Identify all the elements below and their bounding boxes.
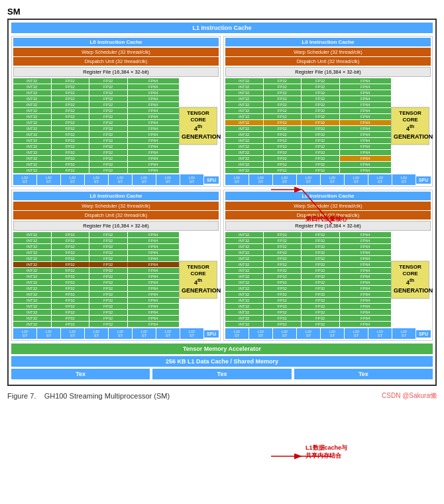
svg-text:L1数据cache与: L1数据cache与 bbox=[305, 444, 348, 451]
fp64: FP64 bbox=[128, 102, 180, 107]
fp32a: FP32 bbox=[52, 96, 89, 101]
fp32a: FP32 bbox=[52, 144, 89, 149]
fp64: FP64 bbox=[128, 78, 180, 84]
int32: INT32 bbox=[13, 96, 51, 101]
sfu-tl: SFU bbox=[204, 176, 219, 184]
fp32a: FP32 bbox=[52, 108, 89, 113]
fp32b: FP32 bbox=[89, 132, 127, 137]
dispatch-unit-tr: Dispatch Unit (32 thread/clk) bbox=[225, 57, 431, 66]
row15: INT32 FP32 FP32 FP64 bbox=[13, 162, 179, 167]
core-area-bl: INT32FP32FP32FP64 INT32FP32FP32FP64 INT3… bbox=[13, 232, 219, 327]
core-area-br: INT32FP32FP32FP64 INT32FP32FP32FP64 INT3… bbox=[225, 232, 431, 327]
l1-data-cache: 256 KB L1 Data Cache / Shared Memory bbox=[11, 356, 433, 367]
top-two-col: L0 Instruction Cache Warp Scheduler (32 … bbox=[11, 36, 433, 187]
tensor-core-gen-tr: 4th GENERATION bbox=[394, 124, 427, 141]
fp64: FP64 bbox=[128, 156, 180, 161]
fp32b: FP32 bbox=[89, 90, 127, 95]
int32: INT32 bbox=[13, 144, 51, 149]
dispatch-unit-tl: Dispatch Unit (32 thread/clk) bbox=[13, 57, 219, 66]
l0-cache-br: L0 Instruction Cache bbox=[225, 192, 431, 200]
fp32a: FP32 bbox=[52, 84, 89, 90]
row1: INT32 FP32 FP32 FP64 bbox=[13, 78, 179, 84]
fp32a: FP32 bbox=[52, 114, 89, 119]
int32: INT32 bbox=[13, 126, 51, 131]
l0-cache-bl: L0 Instruction Cache bbox=[13, 192, 219, 200]
row13: INT32 FP32 FP32 FP64 bbox=[13, 150, 179, 155]
row14: INT32 FP32 FP32 FP64 bbox=[13, 156, 179, 161]
warp-scheduler-bl: Warp Scheduler (32 thread/clk) bbox=[13, 202, 219, 210]
fp32a: FP32 bbox=[52, 168, 89, 173]
core-area-tr: INT32FP32FP32FP64 INT32FP32FP32FP64 INT3… bbox=[225, 78, 431, 173]
fp32a: FP32 bbox=[52, 90, 89, 95]
fp32a: FP32 bbox=[52, 126, 89, 131]
int32: INT32 bbox=[13, 84, 51, 90]
reg-file-bl: Register File (16,384 × 32-bit) bbox=[13, 221, 219, 231]
row16: INT32 FP32 FP32 FP64 bbox=[13, 168, 179, 173]
dispatch-unit-bl: Dispatch Unit (32 thread/clk) bbox=[13, 211, 219, 220]
warp-scheduler-br: Warp Scheduler (32 thread/clk) bbox=[225, 202, 431, 210]
int32: INT32 bbox=[13, 150, 51, 155]
tensor-core-tl: TENSOR CORE 4th GENERATION bbox=[179, 107, 217, 145]
fp32b: FP32 bbox=[89, 102, 127, 107]
fp64: FP64 bbox=[128, 132, 180, 137]
fp32b: FP32 bbox=[89, 126, 127, 131]
l0-cache-tr: L0 Instruction Cache bbox=[225, 38, 431, 46]
sm-diagram: L1 Instruction Cache L0 Instruction Cach… bbox=[7, 19, 437, 386]
fp32a: FP32 bbox=[52, 132, 89, 137]
fp32a: FP32 bbox=[52, 162, 89, 167]
reg-file-tr: Register File (16,384 × 32-bit) bbox=[225, 67, 431, 77]
int32: INT32 bbox=[13, 168, 51, 173]
fp64: FP64 bbox=[128, 126, 180, 131]
l0-cache-tl: L0 Instruction Cache bbox=[13, 38, 219, 46]
sfu-row-tl: LD/ST LD/ST LD/ST LD/ST LD/ST LD/ST LD/S… bbox=[13, 174, 219, 185]
sfu-row-bl: LD/ST LD/ST LD/ST LD/ST LD/ST LD/ST LD/S… bbox=[13, 328, 219, 339]
int32: INT32 bbox=[13, 78, 51, 84]
int32: INT32 bbox=[13, 108, 51, 113]
svg-text:共享内存结合: 共享内存结合 bbox=[305, 452, 342, 459]
reg-file-tl: Register File (16,384 × 32-bit) bbox=[13, 67, 219, 77]
int32: INT32 bbox=[13, 90, 51, 95]
int-fp-grid-tl: INT32 FP32 FP32 FP64 INT32 FP32 FP32 FP6… bbox=[13, 78, 179, 173]
sfu-bl: SFU bbox=[204, 330, 219, 338]
int-fp-grid-tr: INT32FP32FP32FP64 INT32FP32FP32FP64 INT3… bbox=[225, 78, 391, 173]
figure-caption: Figure 7. GH100 Streaming Multiprocessor… bbox=[7, 391, 437, 401]
fp32a: FP32 bbox=[52, 156, 89, 161]
figure-text: Figure 7. GH100 Streaming Multiprocessor… bbox=[7, 392, 170, 400]
sfu-tr: SFU bbox=[416, 176, 431, 184]
row9: INT32 FP32 FP32 FP64 bbox=[13, 126, 179, 131]
sm-title: SM bbox=[7, 7, 437, 17]
top-right-sub: L0 Instruction Cache Warp Scheduler (32 … bbox=[223, 36, 433, 187]
tensor-core-text: TENSOR CORE bbox=[182, 110, 215, 124]
dispatch-unit-br: Dispatch Unit (32 thread/clk) bbox=[225, 211, 431, 220]
fp32a: FP32 bbox=[52, 150, 89, 155]
tensor-core-text-tr: TENSOR CORE bbox=[394, 110, 427, 124]
fp64: FP64 bbox=[128, 84, 180, 90]
tex-3: Tex bbox=[294, 369, 433, 379]
fp32b: FP32 bbox=[89, 150, 127, 155]
core-area-tl: INT32 FP32 FP32 FP64 INT32 FP32 FP32 FP6… bbox=[13, 78, 219, 173]
sfu-row-tr: LD/ST LD/ST LD/ST LD/ST LD/ST LD/ST LD/S… bbox=[225, 174, 431, 185]
warp-scheduler-tr: Warp Scheduler (32 thread/clk) bbox=[225, 48, 431, 56]
row3: INT32 FP32 FP32 FP64 bbox=[13, 90, 179, 95]
int32: INT32 bbox=[13, 102, 51, 107]
sfu-br: SFU bbox=[416, 330, 431, 338]
tensor-core-gen: 4th GENERATION bbox=[182, 124, 215, 141]
fp32b: FP32 bbox=[89, 114, 127, 119]
fp64: FP64 bbox=[128, 144, 180, 149]
int32: INT32 bbox=[13, 132, 51, 137]
csdn-watermark: CSDN @Sakura懒 bbox=[382, 391, 437, 401]
int32: INT32 bbox=[13, 138, 51, 143]
tensor-core-tr: TENSOR CORE 4th GENERATION bbox=[391, 107, 429, 145]
fp32a: FP32 bbox=[52, 120, 89, 125]
sfu-row-br: LD/ST LD/ST LD/ST LD/ST LD/ST LD/ST LD/S… bbox=[225, 328, 431, 339]
int32: INT32 bbox=[13, 120, 51, 125]
fp64: FP64 bbox=[128, 150, 180, 155]
row6: INT32 FP32 FP32 FP64 bbox=[13, 108, 179, 113]
int-fp-grid-bl: INT32FP32FP32FP64 INT32FP32FP32FP64 INT3… bbox=[13, 232, 179, 327]
fp64: FP64 bbox=[128, 168, 180, 173]
fp32b: FP32 bbox=[89, 162, 127, 167]
fp64: FP64 bbox=[128, 108, 180, 113]
page-container: SM L1 Instruction Cache L0 Instruction C… bbox=[7, 7, 437, 401]
row8: INT32 FP32 FP32 FP64 bbox=[13, 120, 179, 125]
fp32b: FP32 bbox=[89, 156, 127, 161]
